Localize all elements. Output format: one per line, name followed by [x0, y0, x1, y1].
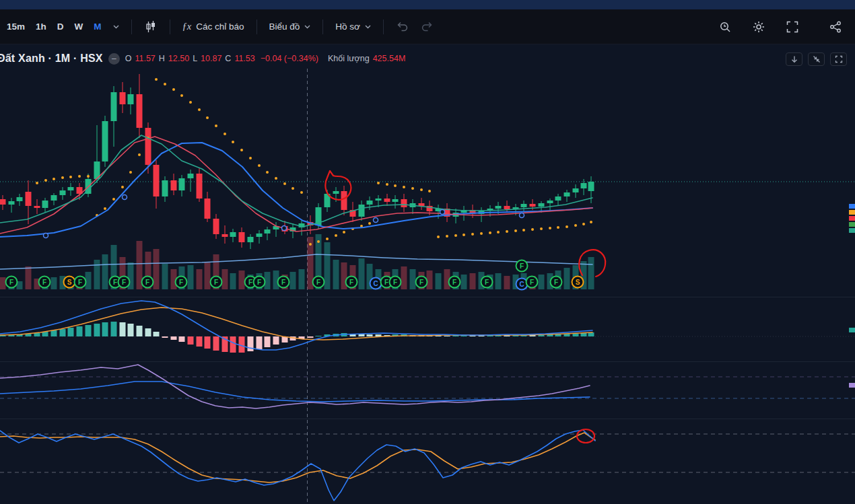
trade-badge-f[interactable]: F: [313, 277, 324, 288]
timeframe-w[interactable]: W: [69, 17, 89, 36]
undo-icon: [396, 21, 409, 32]
redo-icon: [421, 21, 434, 32]
svg-text:F: F: [257, 279, 261, 286]
svg-text:F: F: [520, 262, 524, 270]
profile-label: Hồ sơ: [335, 22, 360, 32]
maximize-pane-button[interactable]: [830, 52, 847, 66]
trade-badge-f[interactable]: F: [481, 277, 493, 288]
trade-badge-c[interactable]: C: [516, 279, 528, 290]
stochastic-pane-layer: [0, 430, 595, 501]
trade-badge-s[interactable]: S: [64, 277, 75, 288]
share-icon: [829, 21, 842, 33]
trade-badge-f[interactable]: F: [254, 277, 265, 288]
window-top-bar: [0, 0, 855, 9]
change-value: −0.04 (−0.34%): [261, 54, 318, 63]
timeframe-d[interactable]: D: [52, 17, 69, 36]
low-value: 10.87: [201, 54, 221, 63]
svg-text:F: F: [452, 279, 456, 286]
moving-averages-layer: [0, 135, 592, 237]
trade-badge-f[interactable]: F: [390, 277, 401, 288]
candlestick-icon: [144, 20, 158, 34]
trade-badge-f[interactable]: F: [526, 277, 538, 288]
svg-text:F: F: [78, 279, 82, 286]
arrow-down-icon: [790, 55, 798, 63]
toolbar-separator: [170, 20, 170, 34]
high-value: 12.50: [168, 54, 189, 63]
profile-button[interactable]: Hồ sơ: [329, 17, 377, 36]
psar-dots-layer: [36, 78, 592, 246]
trade-badge-f[interactable]: F: [449, 277, 460, 288]
chevron-down-icon: [113, 25, 119, 29]
trade-badge-f[interactable]: F: [6, 277, 18, 288]
pane-control-buttons: [786, 52, 847, 66]
candles-layer: [0, 74, 594, 249]
svg-text:F: F: [530, 279, 534, 286]
toolbar-separator: [322, 20, 323, 34]
move-pane-down-button[interactable]: [786, 52, 802, 66]
trade-badge-f[interactable]: F: [516, 260, 528, 272]
volume-readout: Khối lượng 425.54M: [328, 54, 405, 63]
svg-text:F: F: [316, 279, 320, 286]
undo-button[interactable]: [390, 17, 415, 36]
toolbar-right-icons: [716, 18, 844, 36]
share-button[interactable]: [827, 18, 844, 36]
timeframe-m[interactable]: M: [88, 17, 106, 36]
toolbar-separator: [383, 20, 384, 34]
svg-text:S: S: [67, 279, 72, 286]
trade-badge-f[interactable]: F: [416, 277, 428, 288]
trade-badge-f[interactable]: F: [278, 277, 289, 288]
fullscreen-icon: [786, 21, 798, 33]
chart-style-button[interactable]: [138, 16, 164, 38]
svg-text:C: C: [373, 280, 378, 287]
trade-badge-s[interactable]: S: [572, 277, 584, 288]
chart-toolbar: 15m 1h D W M ƒx Các chỉ báo Biểu đồ Hồ s…: [0, 9, 855, 44]
redo-button[interactable]: [415, 17, 440, 36]
fx-icon: ƒx: [182, 21, 192, 32]
timeframe-1h[interactable]: 1h: [30, 17, 52, 36]
search-button[interactable]: [716, 18, 734, 36]
svg-text:F: F: [113, 279, 117, 286]
trade-badge-f[interactable]: F: [39, 277, 50, 288]
svg-text:S: S: [576, 279, 580, 286]
collapse-pane-button[interactable]: [808, 52, 825, 66]
fullscreen-button[interactable]: [784, 18, 801, 36]
timeframe-menu-button[interactable]: [107, 21, 125, 33]
ohlc-readout: O 11.57 H 12.50 L 10.87 C 11.53 −0.04 (−…: [125, 54, 318, 63]
maximize-icon: [835, 55, 843, 63]
volume-value: 425.54M: [373, 54, 406, 63]
svg-text:F: F: [281, 279, 285, 286]
hide-indicator-button[interactable]: –: [108, 53, 120, 65]
close-value: 11.53: [234, 54, 254, 63]
open-label: O: [125, 54, 132, 63]
settings-button[interactable]: [750, 18, 767, 36]
symbol-title[interactable]: Đất Xanh · 1M · HSX: [0, 52, 103, 65]
trade-badge-f[interactable]: F: [211, 277, 222, 288]
high-label: H: [159, 54, 165, 63]
chevron-down-icon: [365, 25, 371, 29]
trade-badge-f[interactable]: F: [551, 277, 562, 288]
trade-badge-c[interactable]: C: [370, 278, 382, 289]
close-label: C: [225, 54, 231, 63]
trade-badge-f[interactable]: F: [75, 277, 86, 288]
svg-text:F: F: [214, 279, 218, 286]
low-label: L: [193, 54, 197, 63]
dmi-pane-layer: [0, 365, 590, 408]
open-value: 11.57: [135, 54, 155, 63]
svg-text:F: F: [349, 279, 353, 286]
svg-text:F: F: [554, 279, 558, 286]
svg-text:F: F: [42, 279, 46, 286]
chart-layout-button[interactable]: Biểu đồ: [263, 17, 317, 36]
minus-icon: –: [112, 55, 116, 63]
svg-text:F: F: [419, 279, 423, 286]
chart-canvas[interactable]: FFSFFFFFFFFFFFCFFFFFFCFFS: [0, 0, 855, 504]
indicators-button[interactable]: ƒx Các chỉ báo: [176, 17, 250, 36]
svg-text:F: F: [248, 279, 252, 286]
search-icon: [719, 21, 731, 33]
trade-badge-f[interactable]: F: [346, 277, 357, 288]
trade-badge-f[interactable]: F: [176, 277, 187, 288]
trade-badge-f[interactable]: F: [118, 277, 130, 288]
price-scale-chips-layer: [849, 204, 855, 388]
trade-badge-f[interactable]: F: [142, 277, 153, 288]
svg-text:F: F: [145, 279, 149, 286]
timeframe-15m[interactable]: 15m: [1, 17, 30, 36]
